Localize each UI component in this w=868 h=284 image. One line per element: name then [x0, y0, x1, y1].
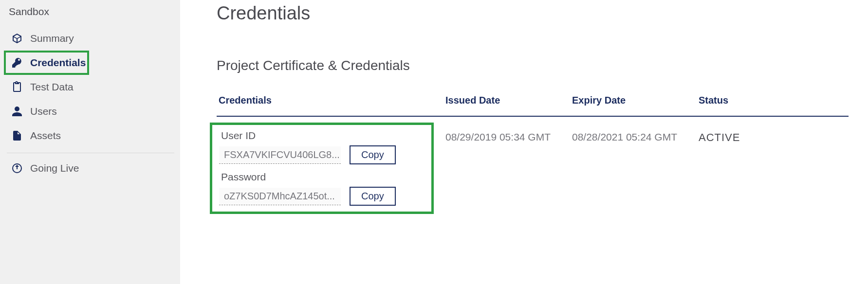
table-row: User ID FSXA7VKIFCVU406LG8... Copy Passw…	[217, 117, 849, 214]
page-title: Credentials	[217, 3, 849, 24]
sidebar-item-assets[interactable]: Assets	[4, 124, 180, 148]
file-icon	[11, 129, 23, 142]
sidebar-item-label: Test Data	[30, 81, 74, 93]
main-content: Credentials Project Certificate & Creden…	[180, 0, 868, 284]
sidebar-item-highlight: Credentials	[4, 51, 89, 75]
status-cell: ACTIVE	[699, 128, 849, 214]
issued-date-cell: 08/29/2019 05:34 GMT	[445, 128, 572, 214]
sidebar-item-summary[interactable]: Summary	[4, 26, 180, 51]
sidebar-divider	[7, 153, 174, 153]
sidebar-item-label: Users	[30, 106, 57, 117]
section-title: Project Certificate & Credentials	[217, 58, 849, 73]
user-id-label: User ID	[219, 130, 422, 142]
user-id-field: User ID FSXA7VKIFCVU406LG8... Copy	[219, 130, 422, 164]
upload-circle-icon	[11, 162, 23, 175]
copy-user-id-button[interactable]: Copy	[350, 145, 396, 164]
sidebar-item-label: Going Live	[30, 162, 79, 174]
credentials-cell: User ID FSXA7VKIFCVU406LG8... Copy Passw…	[217, 128, 445, 214]
expiry-date-cell: 08/28/2021 05:24 GMT	[572, 128, 699, 214]
key-icon	[11, 56, 23, 69]
sidebar-item-label: Summary	[30, 33, 74, 44]
col-header-status: Status	[699, 95, 849, 106]
clipboard-icon	[11, 81, 23, 93]
sidebar-header: Sandbox	[4, 4, 180, 26]
credentials-highlight-box: User ID FSXA7VKIFCVU406LG8... Copy Passw…	[210, 123, 434, 214]
table-header-row: Credentials Issued Date Expiry Date Stat…	[217, 95, 849, 117]
sidebar-item-going-live[interactable]: Going Live	[4, 156, 180, 180]
sidebar-item-credentials[interactable]: Credentials	[6, 53, 87, 73]
cube-icon	[11, 32, 23, 45]
sidebar-item-label: Assets	[30, 130, 61, 142]
password-value[interactable]: oZ7KS0D7MhcAZ145ot...	[219, 188, 341, 205]
password-label: Password	[219, 171, 422, 183]
col-header-issued: Issued Date	[445, 95, 572, 106]
copy-password-button[interactable]: Copy	[350, 187, 396, 206]
sidebar: Sandbox Summary Credentials Test Data Us…	[0, 0, 180, 284]
user-id-value[interactable]: FSXA7VKIFCVU406LG8...	[219, 146, 341, 164]
sidebar-item-label: Credentials	[30, 57, 86, 69]
sidebar-item-test-data[interactable]: Test Data	[4, 75, 180, 99]
col-header-expiry: Expiry Date	[572, 95, 699, 106]
user-icon	[11, 105, 23, 118]
col-header-credentials: Credentials	[217, 95, 445, 106]
password-field: Password oZ7KS0D7MhcAZ145ot... Copy	[219, 171, 422, 206]
sidebar-item-users[interactable]: Users	[4, 99, 180, 124]
